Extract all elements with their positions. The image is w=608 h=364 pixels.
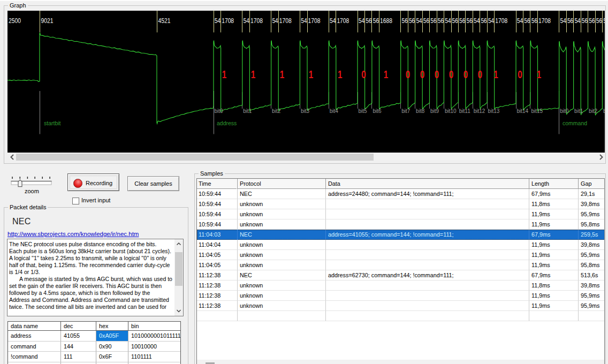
svg-text:bit3: bit3 — [301, 108, 310, 114]
svg-text:54: 54 — [359, 17, 364, 25]
svg-text:2500: 2500 — [9, 17, 21, 25]
svg-text:0: 0 — [518, 69, 522, 80]
svg-text:0: 0 — [477, 69, 482, 80]
svg-text:1: 1 — [493, 69, 498, 80]
svg-text:54: 54 — [416, 17, 422, 25]
svg-text:56: 56 — [567, 17, 573, 25]
svg-text:54: 54 — [574, 17, 580, 25]
svg-text:56: 56 — [430, 17, 436, 25]
svg-text:9021: 9021 — [41, 17, 54, 25]
svg-text:56: 56 — [366, 17, 371, 25]
svg-text:56: 56 — [402, 17, 408, 25]
svg-text:bit1: bit1 — [574, 108, 583, 114]
svg-text:bit13: bit13 — [488, 108, 500, 114]
svg-text:bit4: bit4 — [330, 108, 339, 114]
svg-text:1708: 1708 — [222, 17, 234, 25]
svg-text:56: 56 — [524, 17, 530, 25]
svg-text:54: 54 — [517, 17, 523, 25]
svg-text:56: 56 — [423, 17, 429, 25]
svg-text:bit3: bit3 — [603, 108, 605, 114]
svg-text:54: 54 — [272, 17, 278, 25]
svg-text:1: 1 — [251, 69, 256, 80]
svg-text:0: 0 — [435, 69, 439, 80]
svg-text:address: address — [217, 120, 237, 126]
svg-text:4521: 4521 — [158, 17, 171, 25]
svg-text:5: 5 — [603, 17, 605, 25]
svg-text:bit6: bit6 — [373, 108, 382, 114]
svg-text:bit0: bit0 — [215, 108, 224, 114]
svg-text:0: 0 — [361, 69, 366, 80]
svg-text:bit10: bit10 — [445, 108, 457, 114]
svg-text:0: 0 — [449, 69, 454, 80]
svg-text:54: 54 — [330, 17, 336, 25]
svg-text:56: 56 — [589, 17, 595, 25]
svg-text:bit15: bit15 — [531, 108, 543, 114]
svg-text:56: 56 — [459, 17, 465, 25]
svg-text:1708: 1708 — [308, 17, 321, 25]
svg-text:54: 54 — [301, 17, 307, 25]
svg-text:54: 54 — [215, 17, 221, 25]
svg-text:56: 56 — [481, 17, 487, 25]
svg-text:bit2: bit2 — [589, 108, 598, 114]
svg-text:1: 1 — [222, 69, 227, 80]
svg-text:1708: 1708 — [337, 17, 349, 25]
svg-text:0: 0 — [406, 69, 411, 80]
svg-text:1: 1 — [309, 69, 314, 80]
svg-text:54: 54 — [244, 17, 249, 25]
svg-text:command: command — [563, 120, 587, 126]
svg-text:0: 0 — [420, 69, 425, 80]
svg-text:54: 54 — [560, 17, 566, 25]
svg-text:56: 56 — [582, 17, 588, 25]
svg-text:56: 56 — [409, 17, 415, 25]
svg-text:bit8: bit8 — [416, 108, 425, 114]
svg-text:1708: 1708 — [538, 17, 551, 25]
svg-text:bit5: bit5 — [359, 108, 368, 114]
svg-text:1708: 1708 — [250, 17, 263, 25]
svg-text:bit1: bit1 — [243, 108, 252, 114]
svg-text:0: 0 — [463, 69, 468, 80]
svg-text:54: 54 — [474, 17, 480, 25]
svg-text:1688: 1688 — [380, 17, 392, 25]
svg-text:startbit: startbit — [44, 120, 61, 126]
svg-text:bit0: bit0 — [560, 108, 569, 114]
svg-text:bit14: bit14 — [517, 108, 529, 114]
svg-text:1: 1 — [384, 69, 389, 80]
svg-text:1: 1 — [338, 69, 343, 80]
svg-text:bit9: bit9 — [430, 108, 439, 114]
svg-text:56: 56 — [467, 17, 473, 25]
svg-text:1708: 1708 — [495, 17, 507, 25]
svg-text:bit2: bit2 — [272, 108, 281, 114]
svg-text:bit11: bit11 — [459, 108, 470, 114]
svg-text:54: 54 — [488, 17, 494, 25]
svg-text:1: 1 — [280, 69, 285, 80]
svg-text:56: 56 — [452, 17, 458, 25]
svg-text:56: 56 — [373, 17, 379, 25]
svg-text:1: 1 — [537, 69, 542, 80]
svg-text:56: 56 — [596, 17, 602, 25]
svg-text:56: 56 — [531, 17, 537, 25]
svg-text:54: 54 — [445, 17, 451, 25]
svg-text:bit7: bit7 — [401, 108, 411, 114]
svg-text:56: 56 — [438, 17, 444, 25]
svg-text:bit12: bit12 — [474, 108, 485, 114]
svg-text:1708: 1708 — [279, 17, 292, 25]
